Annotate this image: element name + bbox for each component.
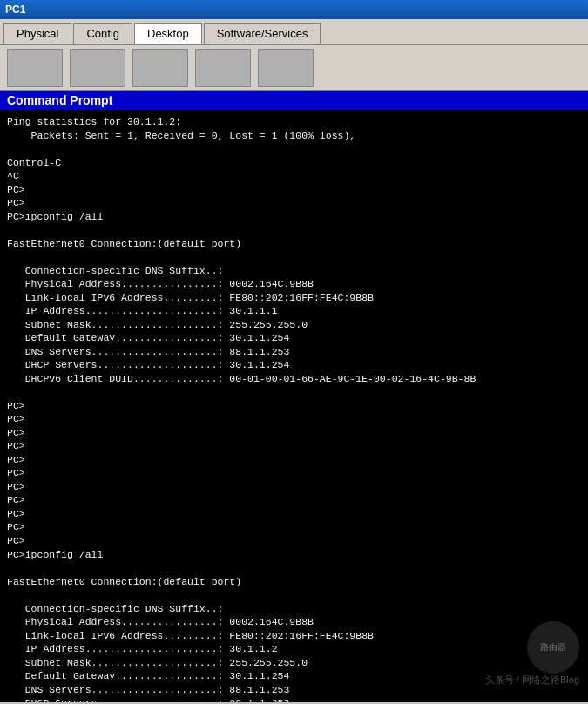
cmd-line: PC>	[7, 453, 581, 467]
cmd-line	[7, 385, 581, 399]
cmd-line: PC>	[7, 480, 581, 494]
tab-desktop[interactable]: Desktop	[134, 23, 202, 44]
cmd-line: Link-local IPv6 Address.........: FE80::…	[7, 291, 581, 305]
cmd-line: PC>	[7, 439, 581, 453]
cmd-line: Connection-specific DNS Suffix..:	[7, 264, 581, 278]
title-bar: PC1	[0, 0, 588, 19]
tab-software-services[interactable]: Software/Services	[204, 23, 321, 44]
window-title: PC1	[5, 3, 583, 16]
icon-2[interactable]	[70, 49, 125, 87]
cmd-line	[7, 561, 581, 575]
cmd-line: IP Address......................: 30.1.1…	[7, 642, 581, 656]
cmd-line: PC>ipconfig /all	[7, 548, 581, 562]
cmd-line: DNS Servers.....................: 88.1.1…	[7, 683, 581, 697]
cmd-line: Control-C	[7, 156, 581, 170]
cmd-line: Link-local IPv6 Address.........: FE80::…	[7, 629, 581, 643]
cmd-line: PC>	[7, 507, 581, 521]
cmd-line: FastEthernet0 Connection:(default port)	[7, 237, 581, 251]
cmd-line: PC>ipconfig /all	[7, 210, 581, 224]
tab-config[interactable]: Config	[73, 23, 132, 44]
cmd-title-text: Command Prompt	[7, 93, 112, 107]
cmd-line	[7, 588, 581, 602]
cmd-line: Default Gateway.................: 30.1.1…	[7, 669, 581, 683]
cmd-line: PC>	[7, 493, 581, 507]
cmd-line: PC>	[7, 426, 581, 440]
cmd-line: Default Gateway.................: 30.1.1…	[7, 331, 581, 345]
cmd-line: Packets: Sent = 1, Received = 0, Lost = …	[7, 129, 581, 143]
cmd-line: PC>	[7, 196, 581, 210]
cmd-line: Ping statistics for 30.1.1.2:	[7, 115, 581, 129]
icon-bar	[0, 45, 588, 91]
cmd-title-bar: Command Prompt	[0, 91, 588, 110]
cmd-line: PC>	[7, 183, 581, 197]
cmd-line: DHCP Servers....................: 30.1.1…	[7, 358, 581, 372]
cmd-line: Connection-specific DNS Suffix..:	[7, 602, 581, 616]
cmd-body[interactable]: Ping statistics for 30.1.1.2: Packets: S…	[0, 110, 588, 702]
cmd-line	[7, 223, 581, 237]
cmd-line: Physical Address................: 0002.1…	[7, 277, 581, 291]
cmd-line: Subnet Mask.....................: 255.25…	[7, 318, 581, 332]
cmd-line: DHCPv6 Client DUID..............: 00-01-…	[7, 372, 581, 386]
tab-bar: Physical Config Desktop Software/Service…	[0, 19, 588, 45]
icon-5[interactable]	[258, 49, 314, 87]
cmd-line: DHCP Servers....................: 88.1.1…	[7, 696, 581, 702]
cmd-line	[7, 142, 581, 156]
cmd-line	[7, 250, 581, 264]
icon-3[interactable]	[132, 49, 188, 87]
cmd-line: ^C	[7, 169, 581, 183]
cmd-line: DNS Servers.....................: 88.1.1…	[7, 345, 581, 359]
cmd-line: PC>	[7, 412, 581, 426]
cmd-line: IP Address......................: 30.1.1…	[7, 304, 581, 318]
icon-1[interactable]	[7, 49, 63, 87]
cmd-line: Subnet Mask.....................: 255.25…	[7, 656, 581, 670]
cmd-line: FastEthernet0 Connection:(default port)	[7, 575, 581, 589]
cmd-line: PC>	[7, 520, 581, 534]
icon-4[interactable]	[195, 49, 251, 87]
cmd-line: PC>	[7, 466, 581, 480]
tab-physical[interactable]: Physical	[3, 23, 71, 44]
cmd-line: PC>	[7, 399, 581, 413]
cmd-line: Physical Address................: 0002.1…	[7, 615, 581, 629]
cmd-line: PC>	[7, 534, 581, 548]
